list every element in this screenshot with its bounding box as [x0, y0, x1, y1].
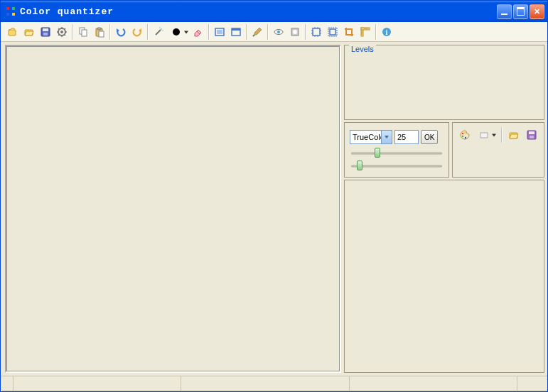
palette-icon-button[interactable]	[457, 127, 473, 143]
fit-window-button[interactable]	[212, 24, 227, 40]
toolbar-separator	[375, 24, 377, 40]
preview-eye-button[interactable]	[271, 24, 286, 40]
svg-rect-8	[43, 33, 48, 36]
status-cell	[350, 376, 517, 391]
quantize-input-row: TrueColor 25 OK	[350, 130, 444, 144]
info-button[interactable]: i	[379, 24, 394, 40]
app-icon	[5, 6, 16, 17]
toolbar-separator	[147, 24, 149, 40]
svg-rect-20	[82, 30, 87, 36]
svg-rect-4	[9, 30, 16, 36]
slider-thumb[interactable]	[357, 160, 362, 170]
image-canvas[interactable]	[6, 46, 340, 371]
toolbar-separator	[72, 24, 73, 40]
svg-line-16	[65, 34, 66, 36]
color-count-value: 25	[397, 133, 406, 141]
image-canvas-panel	[5, 45, 341, 373]
crop-outside-button[interactable]	[325, 24, 340, 40]
browse-folder-button[interactable]	[21, 24, 37, 40]
levels-panel: Levels	[344, 45, 544, 120]
svg-rect-59	[530, 136, 534, 138]
ruler-button[interactable]	[358, 24, 373, 40]
paste-button[interactable]	[92, 24, 107, 40]
svg-rect-2	[6, 13, 9, 16]
svg-rect-23	[99, 31, 104, 37]
svg-line-24	[156, 30, 161, 35]
save-button[interactable]	[38, 24, 53, 40]
save-palette-button[interactable]	[524, 127, 539, 143]
svg-point-10	[60, 31, 63, 33]
toolbar-separator	[246, 24, 247, 40]
status-cell	[181, 376, 349, 391]
copy-button[interactable]	[75, 24, 91, 40]
svg-rect-3	[12, 13, 15, 16]
actual-size-button[interactable]	[228, 24, 244, 40]
svg-line-17	[58, 34, 60, 36]
undo-button[interactable]	[113, 24, 129, 40]
controls-row: TrueColor 25 OK	[344, 122, 544, 178]
toolbar-separator	[501, 127, 503, 143]
settings-button[interactable]	[54, 24, 70, 40]
svg-rect-1	[12, 7, 15, 10]
eraser-button[interactable]	[190, 24, 206, 40]
svg-point-37	[293, 30, 297, 34]
status-cell	[14, 376, 181, 391]
open-file-button[interactable]	[5, 24, 21, 40]
slider-track	[351, 165, 442, 168]
svg-point-52	[462, 136, 463, 137]
color-count-input[interactable]: 25	[394, 130, 419, 144]
preview-panel	[344, 180, 544, 373]
toolbar-separator	[109, 24, 111, 40]
levels-panel-title: Levels	[349, 45, 376, 53]
svg-line-18	[65, 28, 66, 30]
main-body: Levels TrueColor 25 OK	[1, 42, 547, 376]
app-window: Color quantizer i	[0, 0, 548, 392]
ok-button-label: OK	[424, 134, 434, 141]
svg-rect-38	[313, 28, 320, 36]
magic-wand-button[interactable]	[151, 24, 166, 40]
chevron-down-icon	[492, 134, 496, 136]
crop-manual-button[interactable]	[341, 24, 357, 40]
color-swatch-dropdown[interactable]	[167, 24, 190, 40]
svg-point-28	[173, 28, 180, 36]
slider-1[interactable]	[350, 150, 444, 157]
ok-button[interactable]: OK	[421, 130, 438, 144]
svg-point-35	[277, 31, 280, 33]
chevron-down-icon	[184, 31, 188, 33]
mask-button[interactable]	[287, 24, 303, 40]
svg-point-26	[159, 27, 161, 28]
color-mode-select[interactable]: TrueColor	[350, 130, 392, 144]
maximize-button[interactable]	[513, 4, 528, 19]
toolbar-separator	[208, 24, 210, 40]
right-sidebar: Levels TrueColor 25 OK	[344, 43, 544, 373]
close-button[interactable]	[530, 4, 544, 19]
toolbar-separator	[305, 24, 306, 40]
toolbar-separator	[267, 24, 269, 40]
brush-button[interactable]	[249, 24, 265, 40]
svg-line-15	[58, 28, 60, 30]
svg-rect-42	[361, 28, 370, 30]
svg-point-25	[161, 28, 162, 30]
svg-rect-22	[97, 28, 101, 30]
svg-point-53	[465, 137, 466, 138]
statusbar	[1, 376, 547, 391]
palette-tools-panel	[452, 122, 544, 178]
window-title: Color quantizer	[20, 6, 497, 17]
main-toolbar: i	[1, 22, 547, 42]
slider-track	[351, 153, 442, 155]
slider-2[interactable]	[350, 163, 444, 170]
minimize-button[interactable]	[497, 4, 512, 19]
open-palette-button[interactable]	[506, 127, 522, 143]
redo-button[interactable]	[129, 24, 145, 40]
status-cell	[2, 376, 14, 391]
svg-rect-33	[232, 28, 240, 31]
svg-rect-39	[330, 29, 335, 35]
crop-inside-button[interactable]	[308, 24, 324, 40]
chevron-down-icon	[381, 131, 392, 143]
svg-rect-31	[217, 30, 222, 34]
window-controls	[497, 4, 544, 19]
slider-thumb[interactable]	[375, 148, 380, 158]
titlebar: Color quantizer	[1, 1, 547, 22]
palette-preset-dropdown[interactable]	[475, 127, 498, 143]
svg-rect-0	[6, 7, 9, 10]
